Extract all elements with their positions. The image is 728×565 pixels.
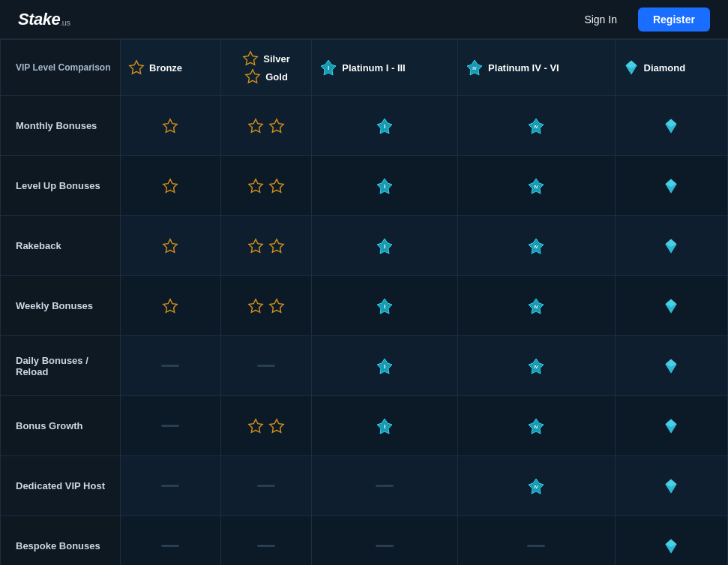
table-row: Daily Bonuses / Reload I IV <box>1 336 728 396</box>
platinum-1-3-icon: I <box>319 59 337 77</box>
table-cell <box>121 216 221 276</box>
svg-marker-20 <box>270 179 283 191</box>
svg-text:I: I <box>328 65 329 71</box>
star-outline-icon-1 <box>247 178 264 194</box>
gold-star-icon <box>244 68 261 85</box>
dash-icon <box>257 545 275 547</box>
silver-star-icon <box>242 50 259 67</box>
table-header-row: VIP Level Comparison Bronze <box>1 40 728 96</box>
platinum-i-icon: I <box>376 297 394 315</box>
dash-icon <box>161 545 179 547</box>
star-outline-icon-2 <box>268 418 285 434</box>
platinum-iv-icon: IV <box>527 117 545 135</box>
table-cell <box>615 336 728 396</box>
row-header-label: VIP Level Comparison <box>1 40 121 96</box>
table-cell <box>220 216 311 276</box>
platinum-iv-icon: IV <box>527 237 545 255</box>
sign-in-button[interactable]: Sign In <box>572 8 629 32</box>
svg-marker-36 <box>163 299 177 311</box>
table-row: Dedicated VIP Host IV <box>1 456 728 516</box>
table-cell: I <box>312 156 458 216</box>
star-outline-icon-1 <box>247 238 264 254</box>
svg-marker-0 <box>130 61 143 74</box>
table-cell <box>121 516 221 566</box>
table-row: Bonus Growth I IV <box>1 396 728 456</box>
table-cell <box>121 156 221 216</box>
dash-icon <box>527 545 545 547</box>
table-cell <box>615 516 728 566</box>
dash-icon <box>161 425 179 427</box>
svg-marker-18 <box>163 179 177 191</box>
row-label: Daily Bonuses / Reload <box>1 336 121 396</box>
svg-text:IV: IV <box>534 365 538 369</box>
logo-text: Stake <box>18 10 60 29</box>
dash-icon <box>161 485 179 487</box>
svg-text:I: I <box>384 363 385 370</box>
platinum-i-icon: I <box>376 417 394 435</box>
diamond-cell-icon <box>663 238 679 254</box>
svg-marker-29 <box>270 239 283 251</box>
dash-icon <box>257 365 275 367</box>
table-row: Bespoke Bonuses <box>1 516 728 566</box>
star-outline-icon <box>162 118 178 134</box>
col-header-silver-gold: Silver Gold <box>220 40 311 96</box>
table-cell <box>121 396 221 456</box>
row-label: Bespoke Bonuses <box>1 516 121 566</box>
star-outline-icon-2 <box>268 118 285 134</box>
logo: Stake .us <box>18 10 70 29</box>
table-cell <box>615 216 728 276</box>
table-cell <box>220 276 311 336</box>
table-cell <box>220 456 311 516</box>
table-cell: IV <box>458 96 615 156</box>
table-cell <box>220 156 311 216</box>
row-label: Monthly Bonuses <box>1 96 121 156</box>
col-platinum-4-6-label: Platinum IV - VI <box>488 62 559 74</box>
svg-text:IV: IV <box>534 425 538 429</box>
star-outline-icon-1 <box>247 118 264 134</box>
svg-text:I: I <box>384 243 385 250</box>
svg-text:IV: IV <box>472 66 477 71</box>
table-cell: IV <box>458 456 615 516</box>
svg-text:IV: IV <box>534 485 538 489</box>
dash-icon <box>376 545 394 547</box>
table-row: Level Up Bonuses I IV <box>1 156 728 216</box>
site-header: Stake .us Sign In Register <box>0 0 728 39</box>
register-button[interactable]: Register <box>638 8 710 32</box>
platinum-i-icon: I <box>376 357 394 375</box>
svg-marker-19 <box>249 179 262 191</box>
table-cell <box>615 276 728 336</box>
svg-text:IV: IV <box>534 305 538 309</box>
table-cell <box>615 456 728 516</box>
bronze-star-icon <box>128 59 145 76</box>
platinum-i-icon: I <box>376 177 394 195</box>
table-cell <box>121 336 221 396</box>
table-cell: IV <box>458 336 615 396</box>
table-cell <box>458 516 615 566</box>
table-cell: IV <box>458 216 615 276</box>
table-cell <box>220 396 311 456</box>
svg-marker-37 <box>249 299 262 311</box>
svg-text:I: I <box>384 303 385 310</box>
star-outline-icon <box>162 178 178 194</box>
svg-marker-2 <box>246 70 259 83</box>
platinum-iv-icon: IV <box>527 177 545 195</box>
diamond-header-icon <box>623 59 640 76</box>
star-outline-icon-2 <box>268 298 285 314</box>
table-cell: I <box>312 396 458 456</box>
diamond-cell-icon <box>663 118 679 134</box>
col-silver-label: Silver <box>263 53 289 65</box>
svg-marker-1 <box>244 52 257 65</box>
table-cell: IV <box>458 156 615 216</box>
diamond-cell-icon <box>663 178 679 194</box>
table-cell <box>121 456 221 516</box>
table-cell <box>615 96 728 156</box>
svg-text:IV: IV <box>534 185 538 189</box>
svg-marker-27 <box>163 239 177 251</box>
table-row: Monthly Bonuses I IV <box>1 96 728 156</box>
table-cell: I <box>312 336 458 396</box>
svg-marker-10 <box>249 119 262 131</box>
row-label: Bonus Growth <box>1 396 121 456</box>
star-outline-icon-1 <box>247 298 264 314</box>
dash-icon <box>376 485 394 487</box>
table-cell <box>121 96 221 156</box>
